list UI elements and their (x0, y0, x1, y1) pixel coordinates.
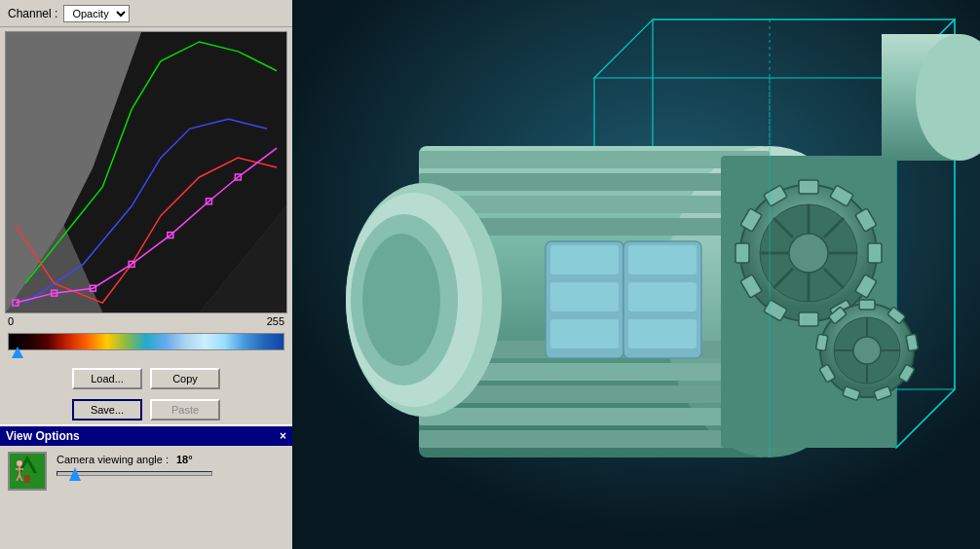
curve-canvas (6, 32, 286, 312)
right-panel[interactable] (292, 0, 980, 549)
camera-row: Camera viewing angle : 18° (57, 454, 212, 465)
svg-point-15 (17, 460, 22, 466)
camera-info: Camera viewing angle : 18° (57, 454, 212, 489)
channel-label: Channel : (8, 7, 57, 20)
svg-rect-87 (550, 245, 619, 274)
scene-3d-svg (292, 0, 980, 549)
viewport-3d[interactable] (292, 0, 980, 549)
svg-rect-56 (735, 243, 749, 263)
svg-rect-34 (419, 151, 770, 168)
svg-rect-35 (419, 173, 770, 191)
left-panel: Channel : Opacity Red Green Blue Alpha (0, 0, 292, 549)
camera-slider-container (57, 471, 212, 489)
axis-min: 0 (8, 315, 14, 327)
scene-icon (10, 454, 45, 489)
view-options-close-button[interactable]: × (280, 430, 286, 442)
camera-slider-track (57, 471, 212, 476)
svg-rect-53 (799, 312, 818, 326)
gradient-section (0, 329, 292, 362)
camera-slider-thumb[interactable] (69, 467, 81, 481)
view-options-title: View Options (6, 429, 80, 443)
axis-max: 255 (267, 315, 284, 327)
view-options-panel: View Options × (0, 424, 292, 549)
svg-rect-41 (419, 408, 770, 425)
curve-editor[interactable] (5, 31, 287, 313)
channel-select[interactable]: Opacity Red Green Blue Alpha (63, 5, 130, 22)
svg-rect-91 (628, 245, 697, 274)
svg-rect-93 (628, 319, 697, 348)
view-options-icon (8, 452, 47, 491)
paste-button[interactable]: Paste (150, 399, 220, 421)
gradient-bar (8, 333, 284, 350)
axis-row: 0 255 (0, 313, 292, 329)
svg-rect-70 (859, 300, 875, 310)
view-options-body: Camera viewing angle : 18° (0, 446, 292, 496)
camera-angle-value: 18° (176, 454, 193, 465)
svg-rect-92 (628, 282, 697, 311)
load-button[interactable]: Load... (72, 368, 142, 389)
camera-label: Camera viewing angle : (57, 454, 169, 465)
svg-rect-89 (550, 319, 619, 348)
svg-rect-88 (550, 282, 619, 311)
svg-point-97 (362, 234, 440, 366)
svg-rect-50 (868, 243, 882, 263)
buttons-row-2: Save... Paste (0, 393, 292, 424)
svg-point-46 (789, 234, 828, 273)
buttons-row: Load... Copy (0, 362, 292, 393)
svg-rect-77 (815, 334, 828, 350)
svg-point-69 (853, 337, 881, 364)
svg-rect-47 (799, 180, 818, 194)
save-button[interactable]: Save... (72, 399, 142, 421)
copy-button[interactable]: Copy (150, 368, 220, 389)
channel-header: Channel : Opacity Red Green Blue Alpha (0, 0, 292, 27)
svg-rect-42 (419, 430, 770, 448)
view-options-header: View Options × (0, 426, 292, 446)
svg-rect-72 (906, 334, 919, 350)
gradient-bar-container (8, 333, 284, 354)
view-options-row: Camera viewing angle : 18° (8, 452, 284, 491)
